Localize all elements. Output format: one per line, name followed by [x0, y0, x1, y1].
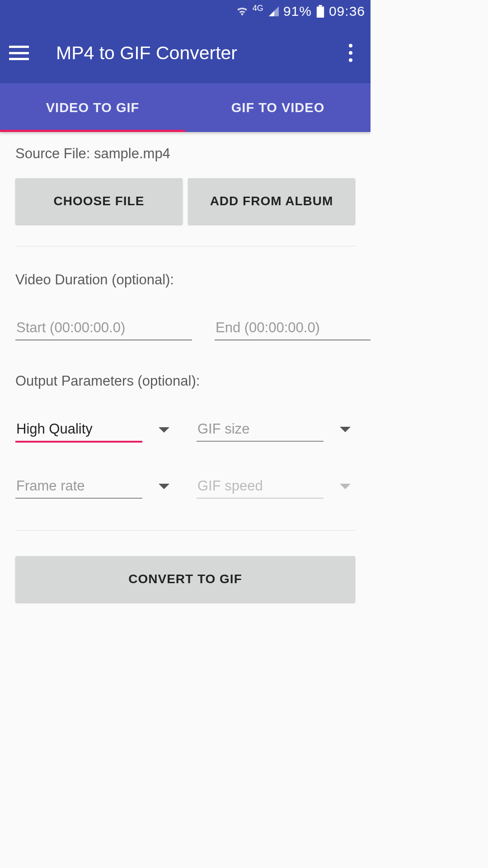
more-options-icon[interactable]: [349, 44, 352, 62]
gif-size-select[interactable]: GIF size: [197, 417, 355, 442]
svg-rect-0: [319, 5, 322, 7]
gif-speed-select[interactable]: GIF speed: [197, 474, 355, 499]
svg-rect-1: [317, 7, 324, 18]
chevron-down-icon: [159, 484, 169, 489]
app-title: MP4 to GIF Converter: [56, 42, 349, 64]
quality-select[interactable]: High Quality: [15, 417, 174, 443]
duration-label: Video Duration (optional):: [15, 272, 355, 288]
battery-icon: [316, 5, 324, 18]
tab-gif-to-video[interactable]: GIF TO VIDEO: [185, 83, 371, 132]
add-from-album-button[interactable]: ADD FROM ALBUM: [188, 178, 355, 224]
tab-bar: VIDEO TO GIF GIF TO VIDEO: [0, 83, 371, 132]
wifi-icon: [236, 7, 248, 16]
output-row-2: Frame rate GIF speed: [15, 474, 355, 499]
frame-rate-value: Frame rate: [15, 474, 142, 499]
file-button-row: CHOOSE FILE ADD FROM ALBUM: [15, 178, 355, 224]
clock: 09:36: [329, 4, 365, 19]
menu-icon[interactable]: [9, 46, 29, 60]
gif-size-value: GIF size: [197, 417, 324, 442]
main-content: Source File: sample.mp4 CHOOSE FILE ADD …: [0, 132, 371, 602]
status-bar: 4G 91% 09:36: [0, 0, 371, 23]
network-type: 4G: [253, 4, 263, 13]
quality-value: High Quality: [15, 417, 142, 443]
gif-speed-value: GIF speed: [197, 474, 324, 499]
output-row-1: High Quality GIF size: [15, 417, 355, 443]
choose-file-button[interactable]: CHOOSE FILE: [15, 178, 183, 224]
duration-inputs: [15, 316, 355, 340]
source-file-label: Source File: sample.mp4: [15, 146, 355, 162]
convert-button[interactable]: CONVERT TO GIF: [15, 556, 355, 602]
tab-video-to-gif[interactable]: VIDEO TO GIF: [0, 83, 185, 132]
chevron-down-icon: [159, 427, 169, 433]
start-time-input[interactable]: [15, 316, 192, 340]
app-bar: MP4 to GIF Converter: [0, 23, 371, 83]
output-params-label: Output Parameters (optional):: [15, 373, 355, 389]
chevron-down-icon: [340, 484, 351, 489]
chevron-down-icon: [340, 427, 351, 432]
signal-icon: [268, 6, 279, 16]
divider: [15, 530, 355, 531]
divider: [15, 246, 355, 246]
end-time-input[interactable]: [215, 316, 371, 340]
battery-percent: 91%: [283, 4, 312, 19]
frame-rate-select[interactable]: Frame rate: [15, 474, 174, 499]
